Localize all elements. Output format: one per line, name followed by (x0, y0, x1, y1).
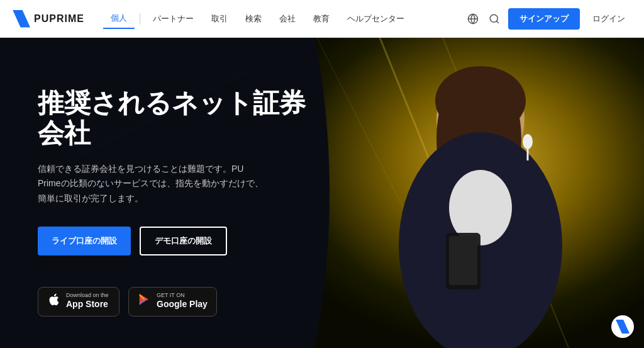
nav-links: 個人 パートナー 取引 検索 会社 教育 ヘルプセンター (103, 9, 465, 29)
signup-button[interactable]: サインアップ (508, 8, 580, 30)
svg-rect-16 (449, 236, 477, 285)
demo-account-button[interactable]: デモ口座の開設 (140, 227, 227, 255)
nav-item-search[interactable]: 検索 (238, 9, 269, 28)
watermark-logo (611, 315, 634, 338)
appstore-main-text: App Store (66, 298, 109, 311)
live-account-button[interactable]: ライブ口座の開設 (38, 227, 131, 255)
search-icon[interactable] (487, 11, 502, 26)
logo[interactable]: PUPRIME (13, 10, 84, 28)
nav-right: サインアップ ログイン (465, 8, 631, 30)
watermark-icon (616, 320, 630, 334)
svg-point-2 (490, 14, 497, 22)
globe-icon[interactable] (465, 11, 480, 26)
appstore-badge[interactable]: Download on the App Store (38, 287, 119, 317)
navbar: PUPRIME 個人 パートナー 取引 検索 会社 教育 ヘルプセンター サイン… (0, 0, 644, 38)
appstore-badge-text: Download on the App Store (66, 293, 109, 311)
hero-section: 推奨されるネット証券会社 信頼できる証券会社を見つけることは難題です。PU Pr… (0, 38, 644, 348)
nav-item-partner[interactable]: パートナー (145, 9, 201, 28)
nav-item-kojin[interactable]: 個人 (103, 9, 135, 29)
google-play-icon (138, 293, 152, 310)
appstore-top-text: Download on the (66, 293, 109, 298)
googleplay-main-text: Google Play (157, 298, 208, 311)
hero-content: 推奨されるネット証券会社 信頼できる証券会社を見つけることは難題です。PU Pr… (38, 88, 308, 317)
hero-title: 推奨されるネット証券会社 (38, 88, 308, 149)
logo-icon (13, 10, 30, 28)
hero-description: 信頼できる証券会社を見つけることは難題です。PU Primeの比類のないサービス… (38, 162, 264, 206)
svg-point-17 (523, 134, 533, 149)
nav-item-kyoiku[interactable]: 教育 (306, 9, 337, 28)
hero-buttons: ライブ口座の開設 デモ口座の開設 (38, 227, 308, 255)
googleplay-badge[interactable]: GET IT ON Google Play (128, 287, 217, 317)
nav-divider (140, 13, 140, 25)
nav-item-torihiki[interactable]: 取引 (204, 9, 235, 28)
googleplay-badge-text: GET IT ON Google Play (157, 293, 208, 311)
googleplay-top-text: GET IT ON (157, 293, 208, 298)
svg-line-3 (496, 21, 498, 23)
login-button[interactable]: ログイン (586, 8, 631, 30)
nav-item-help[interactable]: ヘルプセンター (340, 9, 412, 28)
logo-text: PUPRIME (34, 13, 84, 25)
apple-icon (47, 293, 61, 310)
nav-item-kaisha[interactable]: 会社 (272, 9, 303, 28)
app-badges: Download on the App Store GET IT ON Goo (38, 287, 308, 317)
